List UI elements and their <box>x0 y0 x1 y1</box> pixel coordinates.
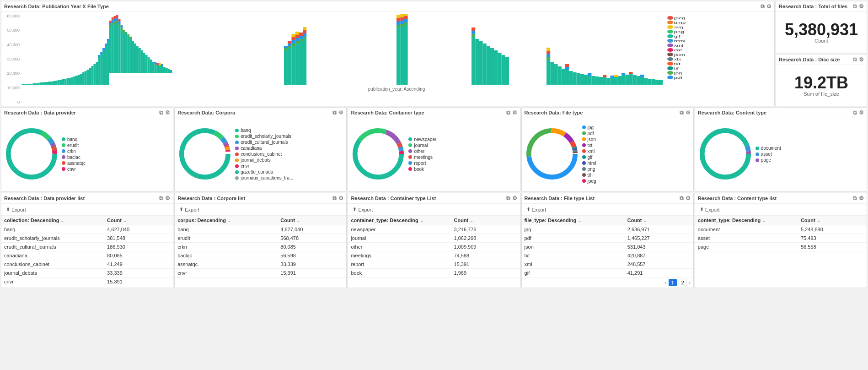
table-cell-name: erudit_scholarly_journals <box>1 234 104 243</box>
corpora-col-name-header[interactable]: corpus: Descending ⌄ <box>175 216 278 225</box>
copy-icon-3[interactable]: ⧉ <box>853 56 857 63</box>
chart-inner: 60,000 50,000 40,000 30,000 20,000 10,00… <box>4 14 772 104</box>
svg-rect-32 <box>93 64 96 85</box>
container-col-name-header[interactable]: container_type: Descending ⌄ <box>348 216 451 225</box>
copy-icon-9[interactable]: ⧉ <box>159 195 163 201</box>
svg-rect-46 <box>109 23 112 25</box>
settings-icon-2[interactable]: ⚙ <box>859 3 864 10</box>
copy-icon-13[interactable]: ⧉ <box>853 195 857 201</box>
upload-icon-4: ⬆ <box>526 207 530 212</box>
corpora-list-toolbar: ⬆ Export <box>175 204 346 216</box>
svg-rect-128 <box>400 27 404 85</box>
corpora-list-title: Research Data : Corpora list <box>177 196 245 201</box>
settings-icon-12[interactable]: ⚙ <box>686 195 691 201</box>
corpora-col-count-header[interactable]: Count ⌄ <box>278 216 346 225</box>
svg-rect-75 <box>132 41 134 73</box>
bot-row: Research Data : Data provider list ⧉ ⚙ ⬆… <box>1 193 867 288</box>
sort-icon: ⌄ <box>578 218 581 223</box>
table-cell-name: document <box>695 225 798 234</box>
svg-rect-179 <box>614 75 618 77</box>
chevron-left-icon[interactable]: ‹ <box>665 279 667 286</box>
export-button-4[interactable]: ⬆ Export <box>525 206 548 213</box>
table-row: other1,009,909 <box>348 243 520 251</box>
svg-rect-85 <box>154 64 156 73</box>
table-cell-count: 568,478 <box>278 234 346 243</box>
filetype-donut-area: jpg pdf json txt xml gif html png tif jp… <box>522 118 693 190</box>
contenttype-col-name-header[interactable]: content_type: Descending ⌄ <box>695 216 798 225</box>
svg-rect-132 <box>400 14 404 17</box>
svg-point-263 <box>712 140 739 168</box>
svg-point-208 <box>667 44 673 47</box>
svg-rect-140 <box>472 31 475 34</box>
svg-rect-119 <box>303 37 306 39</box>
svg-rect-36 <box>100 54 102 85</box>
svg-rect-126 <box>396 18 400 22</box>
settings-icon-6[interactable]: ⚙ <box>512 109 517 116</box>
copy-icon-5[interactable]: ⧉ <box>332 109 337 116</box>
svg-rect-74 <box>129 37 132 39</box>
filetype-col-count-header[interactable]: Count ⌄ <box>625 216 693 225</box>
copy-icon-10[interactable]: ⧉ <box>332 195 337 201</box>
settings-icon-3[interactable]: ⚙ <box>859 56 864 63</box>
chevron-right-icon[interactable]: › <box>689 279 691 286</box>
filetype-col-name-header[interactable]: file_type: Descending ⌄ <box>522 216 625 225</box>
copy-icon-4[interactable]: ⧉ <box>159 109 163 116</box>
bar-chart-area: 60,000 50,000 40,000 30,000 20,000 10,00… <box>1 12 774 104</box>
table-row: assnatqc33,339 <box>175 260 346 269</box>
legend-item: baclac <box>62 155 86 160</box>
svg-rect-52 <box>114 24 116 73</box>
settings-icon-8[interactable]: ⚙ <box>859 109 864 116</box>
legend-item: xml <box>582 149 596 154</box>
settings-icon-11[interactable]: ⚙ <box>512 195 517 201</box>
settings-icon[interactable]: ⚙ <box>766 3 772 10</box>
upload-icon-5: ⬆ <box>700 207 704 212</box>
svg-text:svg: svg <box>674 25 683 29</box>
copy-icon-11[interactable]: ⧉ <box>506 195 510 201</box>
export-button-2[interactable]: ⬆ Export <box>177 206 201 213</box>
settings-icon-7[interactable]: ⚙ <box>686 109 691 116</box>
table-cell-name: erudit_cultural_journals <box>1 243 104 251</box>
filetype-list-title: Research Data : File type List <box>525 196 595 201</box>
export-button-3[interactable]: ⬆ Export <box>351 206 375 213</box>
copy-icon-7[interactable]: ⧉ <box>680 109 684 116</box>
svg-rect-69 <box>125 34 127 73</box>
contenttype-donut-svg-wrap <box>698 126 753 182</box>
provider-col-name-header[interactable]: collection: Descending ⌄ <box>1 216 104 225</box>
provider-list-toolbar: ⬆ Export <box>1 204 173 216</box>
svg-rect-147 <box>494 50 498 85</box>
table-cell-name: txt <box>522 251 625 260</box>
svg-rect-188 <box>640 77 644 85</box>
svg-rect-121 <box>303 30 306 33</box>
copy-icon-8[interactable]: ⧉ <box>853 109 857 116</box>
corpora-donut-title: Research Data: Corpora <box>177 110 235 115</box>
settings-icon-13[interactable]: ⚙ <box>859 195 864 201</box>
page-1-button[interactable]: 1 <box>669 279 677 286</box>
svg-rect-111 <box>295 38 299 41</box>
copy-icon[interactable]: ⧉ <box>761 3 765 10</box>
provider-col-count-header[interactable]: Count ⌄ <box>104 216 173 225</box>
contenttype-col-count-header[interactable]: Count ⌄ <box>798 216 867 225</box>
svg-rect-30 <box>89 68 91 85</box>
svg-point-212 <box>667 53 673 56</box>
svg-point-200 <box>667 25 673 29</box>
table-row: document5,248,880 <box>695 225 867 234</box>
copy-icon-2[interactable]: ⧉ <box>853 3 857 10</box>
settings-icon-9[interactable]: ⚙ <box>165 195 170 201</box>
export-button-5[interactable]: ⬆ Export <box>698 206 722 213</box>
disc-size-panel: Research Data : Disc size ⧉ ⚙ 19.2TB Sum… <box>776 54 867 106</box>
legend-item: banq <box>62 137 86 142</box>
copy-icon-12[interactable]: ⧉ <box>680 195 684 201</box>
table-row: canadiana80,085 <box>1 251 173 260</box>
svg-text:bmp: bmp <box>674 21 686 25</box>
container-list-panel: Research Data : Container type List ⧉ ⚙ … <box>348 193 520 288</box>
copy-icon-6[interactable]: ⧉ <box>506 109 510 116</box>
svg-rect-177 <box>610 76 614 78</box>
svg-rect-95 <box>168 69 170 73</box>
settings-icon-5[interactable]: ⚙ <box>338 109 343 116</box>
export-button[interactable]: ⬆ Export <box>4 206 28 213</box>
settings-icon-10[interactable]: ⚙ <box>338 195 343 201</box>
settings-icon-4[interactable]: ⚙ <box>165 109 170 116</box>
container-col-count-header[interactable]: Count ⌄ <box>451 216 520 225</box>
svg-rect-87 <box>156 65 159 73</box>
page-2-button[interactable]: 2 <box>679 279 687 286</box>
